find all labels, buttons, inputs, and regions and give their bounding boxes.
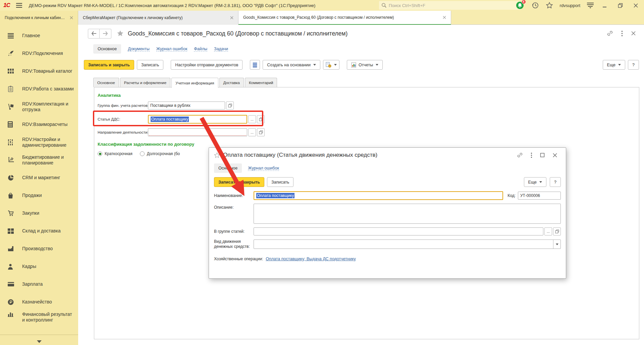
create-based-on-button[interactable]: Создать на основании: [263, 60, 320, 70]
window-tab-sbermegamarket[interactable]: СберМегаМаркет (Подключение к личному ка…: [78, 11, 238, 25]
choose-value-button[interactable]: ...: [248, 115, 256, 123]
help-button[interactable]: ?: [628, 60, 639, 70]
dialog-more-button[interactable]: Еще: [524, 177, 546, 187]
dialog-help-button[interactable]: ?: [550, 177, 561, 187]
close-form-icon[interactable]: [631, 31, 636, 36]
more-button[interactable]: Еще: [603, 60, 625, 70]
notifications-bell-icon[interactable]: 5: [516, 1, 525, 10]
global-search-input[interactable]: [389, 3, 519, 8]
code-field[interactable]: УТ-000006: [518, 192, 561, 200]
favorite-star-icon[interactable]: [117, 30, 124, 37]
get-link-icon[interactable]: [517, 152, 523, 158]
sidebar-item-rdv-admin[interactable]: RDV:Настройки и администрирование: [0, 133, 78, 151]
main-menu-icon[interactable]: [16, 3, 22, 8]
sidebar-item-rdv-settlements[interactable]: RDV:Взаиморасчеты: [0, 116, 78, 133]
dropdown-arrow-icon: [376, 64, 378, 66]
document-actions-button[interactable]: [323, 60, 339, 70]
dropdown-button[interactable]: [553, 240, 560, 249]
person-icon: [8, 264, 15, 270]
sidebar-item-budgeting[interactable]: ₽ Бюджетирование и планирование: [0, 151, 78, 169]
maximize-icon[interactable]: [540, 153, 545, 157]
sidebar-item-purchases[interactable]: Закупки: [0, 204, 78, 222]
radio-long-term[interactable]: Долгосрочная (бо: [140, 151, 180, 156]
nav-link-tasks[interactable]: Задачи: [214, 47, 228, 52]
dialog-nav-links: Основное Журнал ошибок: [214, 163, 561, 173]
shopping-cart-icon: [8, 210, 15, 216]
send-settings-button[interactable]: Настройки отправки документов: [171, 60, 243, 70]
more-menu-dots-icon[interactable]: [531, 152, 532, 158]
tab-delivery[interactable]: Доставка: [219, 78, 244, 87]
sidebar-item-rdv-catalog[interactable]: RDV:Товарный каталог: [0, 62, 78, 80]
activity-field[interactable]: [148, 128, 247, 136]
history-icon[interactable]: [532, 2, 539, 9]
current-user[interactable]: rdvsupport: [560, 3, 580, 8]
forward-button[interactable]: [100, 29, 111, 39]
tab-comment[interactable]: Комментарий: [245, 78, 277, 87]
tab-accounting-info[interactable]: Учетная информация: [171, 78, 218, 88]
sidebar-item-hr[interactable]: Кадры: [0, 258, 78, 275]
nav-link-files[interactable]: Файлы: [194, 47, 207, 52]
sidebar-item-rdv-orders[interactable]: RDV:Работа с заказами: [0, 80, 78, 98]
tab-calculations[interactable]: Расчеты и оформление: [120, 78, 171, 87]
fin-group-row: Группа фин. учета расчетов: Поставщики в…: [98, 101, 639, 110]
reports-button[interactable]: Отчеты: [347, 60, 383, 70]
close-tab-icon[interactable]: [443, 16, 446, 19]
description-field[interactable]: [254, 204, 561, 224]
sidebar-item-crm[interactable]: CRM и маркетинг: [0, 169, 78, 187]
open-value-button[interactable]: [257, 115, 265, 123]
flow-kind-field[interactable]: [254, 239, 561, 249]
close-app-icon[interactable]: [631, 2, 640, 9]
activity-label: Направление деятельности:: [98, 130, 148, 134]
tab-main[interactable]: Основное: [93, 78, 119, 87]
close-tab-icon[interactable]: [70, 16, 73, 19]
dialog-nav-main[interactable]: Основное: [214, 163, 242, 173]
favorites-star-icon[interactable]: [546, 2, 553, 9]
sidebar-item-main[interactable]: Главное: [0, 27, 78, 45]
group-field[interactable]: [254, 227, 543, 235]
open-value-button[interactable]: [257, 128, 265, 136]
page-title: Goods_Комиссия с товаров_Расход 60 (Дого…: [128, 30, 347, 37]
nav-link-main[interactable]: Основное: [93, 44, 121, 54]
document-structure-button[interactable]: [250, 60, 260, 70]
choose-value-button[interactable]: ...: [544, 227, 552, 235]
sidebar-item-rdv-connections[interactable]: RDV:Подключения: [0, 45, 78, 62]
choose-value-button[interactable]: ...: [248, 128, 256, 136]
window-tab-goods-active[interactable]: Goods_Комиссия с товаров_Расход 60 (Дого…: [238, 11, 451, 25]
save-button[interactable]: Записать: [137, 60, 163, 70]
window-tab-connections[interactable]: Подключения к личным кабинетам: [0, 11, 78, 25]
open-value-button[interactable]: [226, 101, 234, 110]
close-dialog-icon[interactable]: [552, 153, 557, 158]
save-and-close-button[interactable]: Записать и закрыть: [84, 60, 134, 70]
radio-short-term[interactable]: Краткосрочная: [98, 151, 132, 156]
nav-link-error-log[interactable]: Журнал ошибок: [156, 47, 187, 52]
sidebar-item-treasury[interactable]: Казначейство: [0, 293, 78, 311]
more-menu-dots-icon[interactable]: [621, 30, 623, 37]
dialog-nav-error-log[interactable]: Журнал ошибок: [248, 166, 279, 171]
global-search[interactable]: [379, 1, 521, 10]
sidebar-item-finresult[interactable]: Финансовый результат и контроллинг: [0, 311, 78, 326]
service-menu-icon[interactable]: [587, 2, 594, 8]
dialog-save-and-close-button[interactable]: Записать и закрыть: [214, 177, 264, 187]
favorite-star-outline-icon[interactable]: [214, 152, 220, 158]
back-button[interactable]: [88, 29, 100, 39]
open-value-button[interactable]: [553, 227, 561, 235]
fin-group-field[interactable]: Поставщики в рублях: [148, 101, 225, 110]
dialog-save-button[interactable]: Записать: [267, 177, 293, 187]
open-icon: [259, 117, 263, 121]
sidebar-item-production[interactable]: Производство: [0, 240, 78, 258]
sidebar-item-payroll[interactable]: Зарплата: [0, 275, 78, 293]
dds-field[interactable]: Оплата поставщику: [148, 115, 247, 124]
name-field[interactable]: Оплата поставщику: [254, 191, 503, 200]
nav-link-documents[interactable]: Документы: [128, 47, 149, 52]
radio-selected-icon: [98, 151, 102, 156]
get-link-icon[interactable]: [607, 30, 613, 37]
close-tab-icon[interactable]: [230, 16, 233, 19]
restore-window-icon[interactable]: [616, 2, 625, 9]
sidebar-item-sales[interactable]: Продажи: [0, 187, 78, 204]
operations-link[interactable]: Оплата поставщику; Выдача ДС подотчетник…: [266, 257, 356, 261]
minimize-icon[interactable]: [600, 2, 609, 9]
1c-logo: 1С: [3, 2, 10, 9]
sidebar-item-rdv-shipping[interactable]: RDV:Комплектация и отгрузка: [0, 98, 78, 116]
sidebar-item-warehouse[interactable]: Склад и доставка: [0, 222, 78, 240]
sidebar-scroll-down[interactable]: [0, 340, 78, 343]
